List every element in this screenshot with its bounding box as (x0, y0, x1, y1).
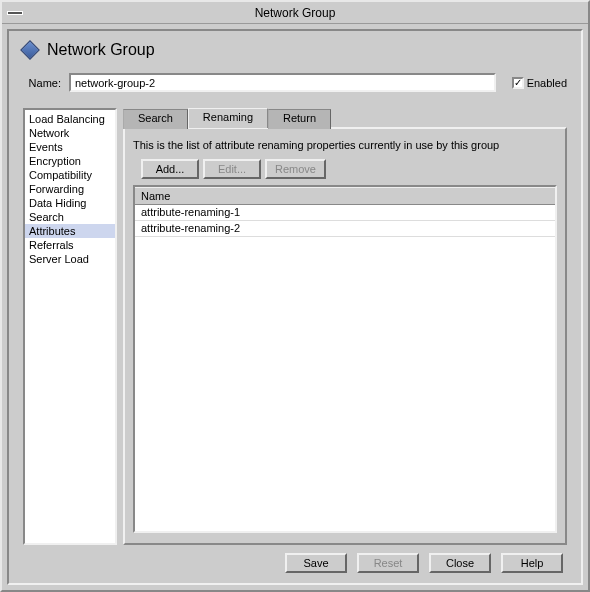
network-group-icon (20, 40, 40, 60)
dialog-inner: Network Group Name: ✓ Enabled Load Balan… (7, 29, 583, 585)
sidebar-item-compatibility[interactable]: Compatibility (25, 168, 115, 182)
tab-return[interactable]: Return (268, 109, 331, 129)
sidebar-item-load-balancing[interactable]: Load Balancing (25, 112, 115, 126)
table-body: attribute-renaming-1attribute-renaming-2 (135, 205, 555, 237)
tab-strip: SearchRenamingReturn (123, 108, 567, 128)
checkbox-icon: ✓ (512, 77, 524, 89)
enabled-label: Enabled (527, 77, 567, 89)
tab-search[interactable]: Search (123, 109, 188, 129)
name-input[interactable] (69, 73, 496, 92)
sidebar-item-encryption[interactable]: Encryption (25, 154, 115, 168)
name-label: Name: (23, 77, 61, 89)
category-sidebar[interactable]: Load BalancingNetworkEventsEncryptionCom… (23, 108, 117, 545)
sidebar-item-search[interactable]: Search (25, 210, 115, 224)
dialog-footer: Save Reset Close Help (23, 545, 567, 575)
panel-button-row: Add... Edit... Remove (133, 159, 557, 179)
table-row[interactable]: attribute-renaming-1 (135, 205, 555, 221)
edit-button[interactable]: Edit... (203, 159, 261, 179)
panel-description: This is the list of attribute renaming p… (133, 139, 557, 151)
reset-button[interactable]: Reset (357, 553, 419, 573)
dialog-window: Network Group Network Group Name: ✓ Enab… (0, 0, 590, 592)
enabled-checkbox[interactable]: ✓ Enabled (512, 77, 567, 89)
sidebar-item-events[interactable]: Events (25, 140, 115, 154)
table-row[interactable]: attribute-renaming-2 (135, 221, 555, 237)
sidebar-item-attributes[interactable]: Attributes (25, 224, 115, 238)
page-title: Network Group (47, 41, 155, 59)
table-header-name[interactable]: Name (135, 187, 555, 205)
body: Load BalancingNetworkEventsEncryptionCom… (23, 108, 567, 545)
name-row: Name: ✓ Enabled (23, 73, 567, 92)
tab-renaming[interactable]: Renaming (188, 108, 268, 128)
save-button[interactable]: Save (285, 553, 347, 573)
window-menu-icon[interactable] (8, 12, 22, 14)
sidebar-item-data-hiding[interactable]: Data Hiding (25, 196, 115, 210)
attribute-table[interactable]: Name attribute-renaming-1attribute-renam… (133, 185, 557, 533)
window-title: Network Group (255, 6, 336, 20)
sidebar-item-server-load[interactable]: Server Load (25, 252, 115, 266)
sidebar-item-forwarding[interactable]: Forwarding (25, 182, 115, 196)
remove-button[interactable]: Remove (265, 159, 326, 179)
sidebar-item-network[interactable]: Network (25, 126, 115, 140)
add-button[interactable]: Add... (141, 159, 199, 179)
content-pane: SearchRenamingReturn This is the list of… (123, 108, 567, 545)
titlebar[interactable]: Network Group (2, 2, 588, 24)
page-header: Network Group (23, 41, 567, 59)
tab-panel-renaming: This is the list of attribute renaming p… (123, 127, 567, 545)
sidebar-item-referrals[interactable]: Referrals (25, 238, 115, 252)
help-button[interactable]: Help (501, 553, 563, 573)
close-button[interactable]: Close (429, 553, 491, 573)
